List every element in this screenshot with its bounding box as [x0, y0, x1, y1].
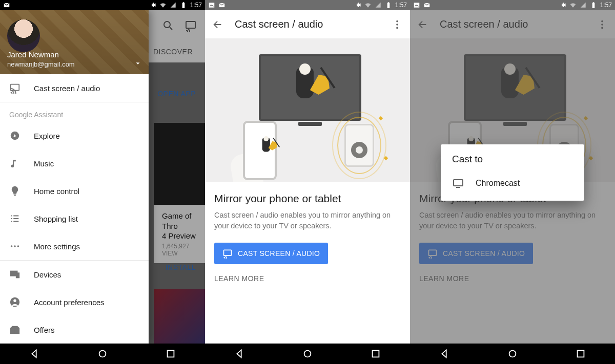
home-button[interactable] — [507, 348, 518, 359]
recents-button[interactable] — [165, 348, 176, 359]
back-arrow-icon[interactable] — [212, 19, 223, 30]
battery-icon — [180, 2, 187, 9]
drawer-item-explore[interactable]: Explore — [0, 122, 149, 149]
drawer-item-label: More settings — [34, 242, 80, 251]
svg-point-16 — [396, 24, 398, 26]
signal-icon — [580, 2, 587, 9]
cast-description: Cast screen / audio enables you to mirro… — [214, 210, 401, 231]
drawer-item-shopping[interactable]: Shopping list — [0, 205, 149, 232]
drawer-item-label: Devices — [34, 270, 61, 279]
wifi-icon — [569, 2, 577, 9]
home-button[interactable] — [97, 348, 108, 359]
nav-drawer: Jared Newman newmanjb@gmail.com Cast scr… — [0, 10, 149, 344]
drawer-item-music[interactable]: Music — [0, 149, 149, 177]
svg-point-12 — [99, 351, 106, 357]
drawer-item-home-control[interactable]: Home control — [0, 177, 149, 205]
back-button[interactable] — [234, 348, 245, 359]
compass-icon — [9, 130, 20, 141]
android-nav-bar — [410, 344, 615, 364]
svg-rect-8 — [16, 273, 19, 277]
svg-rect-18 — [224, 250, 232, 255]
bluetooth-icon: ✱ — [356, 2, 361, 9]
android-nav-bar — [0, 344, 205, 364]
back-button[interactable] — [439, 348, 450, 359]
music-icon — [9, 158, 20, 169]
svg-point-17 — [396, 27, 398, 29]
chevron-down-icon[interactable] — [134, 60, 141, 67]
svg-point-27 — [509, 351, 516, 357]
drawer-item-devices[interactable]: Devices — [0, 261, 149, 288]
svg-rect-2 — [11, 84, 19, 91]
drawer-item-label: Account preferences — [34, 298, 105, 307]
svg-point-15 — [396, 20, 398, 22]
more-icon — [9, 241, 20, 252]
recents-button[interactable] — [575, 348, 586, 359]
status-bar: ✱ 1:57 — [205, 0, 410, 10]
phone-screenshot-2: ✱ 1:57 Cast screen / audio Mirror your p… — [205, 0, 410, 364]
wifi-icon — [159, 2, 167, 9]
drawer-item-label: Offers — [34, 326, 55, 334]
drawer-item-offers[interactable]: Offers — [0, 316, 149, 344]
devices-icon — [9, 269, 20, 280]
svg-rect-20 — [373, 351, 379, 357]
cast-icon — [9, 82, 20, 94]
signal-icon — [170, 2, 177, 9]
picture-icon — [208, 2, 215, 9]
drawer-item-account[interactable]: Account preferences — [0, 288, 149, 316]
battery-icon — [590, 2, 597, 9]
status-bar: ✱ 1:57 — [0, 0, 205, 10]
bluetooth-icon: ✱ — [151, 2, 156, 9]
user-email: newmanjb@gmail.com — [7, 60, 75, 68]
wifi-icon — [364, 2, 372, 9]
svg-rect-26 — [454, 180, 463, 186]
drawer-section-assistant: Google Assistant — [0, 102, 149, 122]
svg-point-4 — [11, 245, 13, 247]
status-bar: ✱ 1:57 — [410, 0, 615, 10]
offers-icon — [9, 324, 20, 335]
signal-icon — [375, 2, 382, 9]
list-icon — [9, 213, 20, 224]
drawer-header[interactable]: Jared Newman newmanjb@gmail.com — [0, 10, 149, 74]
cast-device-row[interactable]: Chromecast — [452, 172, 573, 195]
battery-icon — [385, 2, 392, 9]
tv-icon — [452, 177, 464, 189]
avatar — [7, 19, 40, 52]
app-bar: Cast screen / audio — [205, 10, 410, 39]
learn-more-link[interactable]: LEARN MORE — [214, 274, 401, 283]
recents-button[interactable] — [370, 348, 381, 359]
svg-rect-28 — [578, 351, 584, 357]
page-title: Cast screen / audio — [235, 18, 323, 30]
svg-point-10 — [13, 299, 16, 303]
status-time: 1:57 — [395, 2, 407, 9]
device-name: Chromecast — [476, 179, 520, 188]
drawer-item-more-settings[interactable]: More settings — [0, 232, 149, 260]
bluetooth-icon: ✱ — [561, 2, 566, 9]
user-name: Jared Newman — [7, 50, 59, 59]
picture-icon — [413, 2, 420, 9]
bulb-icon — [9, 185, 20, 197]
cast-screen-button[interactable]: CAST SCREEN / AUDIO — [214, 243, 328, 264]
cast-heading: Mirror your phone or tablet — [214, 192, 401, 205]
status-time: 1:57 — [190, 2, 202, 9]
overflow-icon[interactable] — [392, 19, 403, 30]
cast-button-label: CAST SCREEN / AUDIO — [238, 249, 320, 258]
hero-illustration — [205, 39, 410, 182]
drawer-scrim[interactable] — [149, 10, 205, 344]
home-button[interactable] — [302, 348, 313, 359]
cast-icon — [222, 248, 233, 259]
svg-point-6 — [17, 245, 19, 247]
drawer-item-label: Explore — [34, 132, 60, 140]
account-icon — [9, 296, 20, 308]
drawer-item-label: Shopping list — [34, 215, 78, 223]
gmail-icon — [3, 2, 10, 9]
dialog-title: Cast to — [452, 154, 573, 165]
drawer-item-label: Music — [34, 159, 54, 168]
gmail-icon — [423, 2, 430, 9]
back-button[interactable] — [29, 348, 40, 359]
phone-screenshot-3: ✱ 1:57 Cast screen / audio Mirror your p… — [410, 0, 615, 364]
svg-rect-13 — [168, 351, 174, 357]
gmail-icon — [218, 2, 225, 9]
drawer-item-cast[interactable]: Cast screen / audio — [0, 74, 149, 102]
drawer-item-label: Cast screen / audio — [34, 84, 100, 93]
phone-screenshot-1: ✱ 1:57 DISCOVER OPEN APP Game of Thro4 P… — [0, 0, 205, 364]
